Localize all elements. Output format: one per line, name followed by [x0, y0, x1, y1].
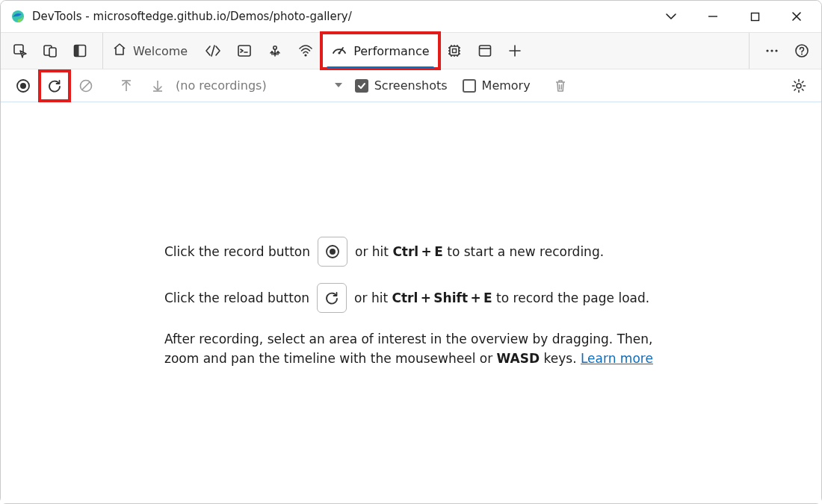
checkbox-checked-icon [355, 79, 368, 93]
devtools-tabstrip: Welcome [1, 32, 821, 69]
more-icon[interactable] [757, 36, 787, 66]
svg-point-30 [766, 49, 768, 52]
right-controls [749, 33, 817, 69]
svg-rect-8 [238, 46, 250, 56]
svg-point-32 [775, 49, 777, 52]
svg-rect-7 [75, 46, 79, 57]
hint-line1-c: to start a new recording. [447, 244, 604, 259]
edge-icon [11, 10, 25, 23]
learn-more-link[interactable]: Learn more [581, 351, 653, 366]
titlebar: DevTools - microsoftedge.github.io/Demos… [1, 1, 821, 32]
help-icon[interactable] [787, 36, 817, 66]
hint-line1-a: Click the record button [164, 242, 310, 261]
svg-point-34 [801, 54, 803, 55]
memory-label: Memory [482, 78, 531, 93]
svg-line-52 [794, 89, 796, 90]
devtools-window: DevTools - microsoftedge.github.io/Demos… [0, 0, 822, 504]
tab-console[interactable] [229, 33, 260, 69]
tab-performance[interactable]: Performance [321, 33, 439, 69]
svg-rect-3 [14, 45, 23, 54]
svg-point-11 [305, 54, 307, 56]
shortcut-record: Ctrl + E [392, 244, 442, 259]
hint-line2-b: or hit [354, 290, 388, 305]
window-title: DevTools - microsoftedge.github.io/Demos… [32, 10, 352, 23]
svg-line-51 [802, 89, 803, 90]
hint-line2-c: to record the page load. [496, 290, 649, 305]
svg-point-36 [20, 83, 26, 89]
screenshots-checkbox[interactable]: Screenshots [355, 78, 448, 93]
svg-line-38 [82, 81, 90, 90]
hint-line3-b: keys. [540, 351, 581, 366]
checkbox-unchecked-icon [463, 79, 476, 93]
performance-toolbar: (no recordings) Screenshots Memory [1, 69, 821, 102]
svg-rect-15 [452, 49, 456, 53]
svg-point-45 [797, 84, 801, 88]
shortcut-reload: Ctrl + Shift + E [392, 290, 492, 305]
tab-sources[interactable] [260, 33, 291, 69]
memory-checkbox[interactable]: Memory [463, 78, 531, 93]
inspect-group [5, 33, 103, 69]
svg-line-53 [802, 81, 803, 83]
inspect-icon[interactable] [5, 36, 35, 66]
save-profile-button[interactable] [143, 71, 173, 101]
hint-line1-b: or hit [355, 244, 389, 259]
reload-button-inline[interactable] [317, 283, 347, 313]
home-icon [112, 42, 127, 60]
svg-point-13 [339, 52, 341, 54]
tab-network[interactable] [291, 33, 321, 69]
screenshots-label: Screenshots [374, 78, 448, 93]
tab-welcome[interactable]: Welcome [103, 33, 197, 69]
recordings-placeholder: (no recordings) [176, 78, 267, 93]
wasd-label: WASD [497, 351, 540, 366]
svg-rect-14 [450, 46, 459, 55]
dropdown-caret-icon[interactable] [334, 80, 343, 92]
clear-button[interactable] [71, 71, 101, 101]
maximize-button[interactable] [738, 2, 772, 31]
performance-content: Click the record button or hit Ctrl + E … [1, 102, 821, 503]
svg-rect-5 [49, 48, 56, 57]
tab-application[interactable] [470, 33, 501, 69]
tab-memory[interactable] [439, 33, 470, 69]
svg-rect-28 [479, 46, 490, 56]
svg-point-55 [330, 249, 336, 255]
svg-point-31 [770, 49, 773, 52]
collect-garbage-button[interactable] [546, 71, 575, 101]
record-button-inline[interactable] [318, 237, 347, 267]
chevron-down-icon[interactable] [654, 2, 688, 31]
minimize-button[interactable] [696, 2, 730, 31]
load-profile-button[interactable] [111, 71, 141, 101]
close-button[interactable] [779, 2, 814, 31]
svg-rect-2 [751, 13, 758, 20]
tab-welcome-label: Welcome [133, 44, 188, 58]
record-button[interactable] [8, 71, 38, 101]
svg-line-50 [794, 81, 796, 83]
device-toggle-icon[interactable] [35, 36, 65, 66]
performance-icon [331, 42, 347, 60]
tab-add[interactable] [501, 33, 530, 69]
hint-text: Click the record button or hit Ctrl + E … [149, 237, 673, 369]
reload-record-button[interactable] [40, 71, 69, 101]
tab-performance-label: Performance [353, 44, 429, 58]
tab-elements[interactable] [197, 33, 229, 69]
svg-point-9 [274, 46, 276, 49]
tabs: Welcome [103, 33, 749, 69]
settings-gear-icon[interactable] [784, 71, 814, 101]
hint-line2-a: Click the reload button [164, 288, 309, 308]
dock-icon[interactable] [65, 36, 95, 66]
